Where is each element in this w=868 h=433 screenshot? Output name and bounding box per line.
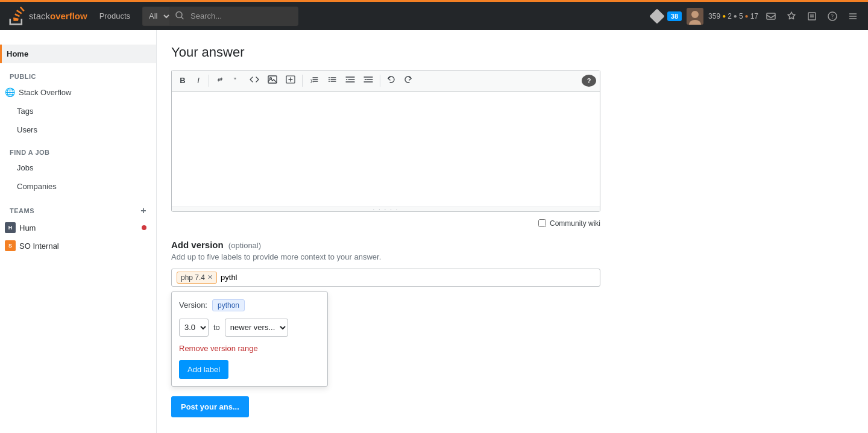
- topbar: stackoverflow Products All 38 359 ● 2 ● …: [0, 0, 868, 30]
- blockquote-btn[interactable]: ": [229, 73, 245, 89]
- sidebar-item-so-internal[interactable]: S SO Internal: [0, 237, 156, 255]
- version-to-label: to: [213, 323, 220, 332]
- globe-icon: 🌐: [5, 87, 15, 97]
- toolbar-sep-2: [302, 75, 303, 87]
- logo[interactable]: stackoverflow: [7, 5, 87, 27]
- silver-count: 5: [739, 12, 743, 20]
- community-wiki-row: Community wiki: [171, 219, 600, 228]
- sidebar-item-companies[interactable]: Companies: [0, 177, 156, 196]
- version-tag-input[interactable]: [221, 273, 595, 282]
- version-tag-php: php 7.4 ✕: [177, 272, 217, 284]
- logo-overflow: overflow: [50, 11, 87, 21]
- rep-group: 359 ● 2 ● 5 ● 17: [708, 12, 758, 20]
- version-from-select[interactable]: 3.0: [179, 319, 209, 337]
- inbox-icon[interactable]: [763, 8, 779, 24]
- teams-section: TEAMS +: [0, 196, 156, 219]
- redo-btn[interactable]: [400, 73, 416, 89]
- link-btn[interactable]: [212, 73, 228, 89]
- post-answer-row: Post your ans...: [171, 396, 600, 417]
- svg-line-1: [181, 17, 183, 19]
- svg-point-27: [329, 81, 330, 82]
- stackoverflow-label: Stack Overflow: [19, 88, 71, 97]
- version-tag-label: php 7.4: [181, 273, 205, 282]
- logo-icon: [7, 5, 27, 27]
- add-teams-icon[interactable]: +: [140, 205, 146, 216]
- editor-body[interactable]: [172, 92, 600, 207]
- search-scope-select[interactable]: All: [142, 7, 171, 26]
- sidebar: Home PUBLIC 🌐 Stack Overflow Tags Users …: [0, 30, 157, 433]
- version-to-select[interactable]: newer vers...: [225, 319, 288, 337]
- resize-dots: · · · · ·: [373, 206, 398, 213]
- topbar-right: 38 359 ● 2 ● 5 ● 17 ?: [652, 8, 861, 25]
- svg-rect-15: [268, 76, 277, 83]
- products-menu[interactable]: Products: [95, 9, 135, 23]
- post-answer-btn[interactable]: Post your ans...: [171, 396, 249, 417]
- hamburger-icon[interactable]: [845, 8, 861, 24]
- rep-value: 359: [708, 12, 720, 20]
- svg-text:": ": [233, 75, 236, 84]
- gold-count: 2: [728, 12, 732, 20]
- svg-point-26: [329, 79, 330, 80]
- svg-point-25: [329, 77, 330, 78]
- version-dropdown-header: Version: python: [179, 299, 320, 311]
- editor-help-btn[interactable]: ?: [582, 75, 596, 87]
- rep-badge: 38: [667, 11, 682, 21]
- sidebar-item-hum[interactable]: H Hum: [0, 219, 156, 237]
- version-range-row: 3.0 to newer vers...: [179, 319, 320, 337]
- logo-stack: stack: [29, 11, 50, 21]
- bronze-count: 17: [750, 12, 758, 20]
- public-section-label: PUBLIC: [0, 63, 156, 83]
- toolbar-sep-3: [380, 75, 380, 87]
- search-wrap: All: [142, 7, 298, 26]
- hum-notification-dot: [142, 225, 146, 230]
- toolbar-sep-1: [209, 75, 209, 87]
- hum-team-icon: H: [5, 222, 16, 233]
- sidebar-item-tags[interactable]: Tags: [0, 102, 156, 120]
- so-team-icon: S: [5, 240, 16, 251]
- hum-team-label: Hum: [19, 223, 36, 232]
- avatar[interactable]: [687, 8, 703, 25]
- logo-text: stackoverflow: [29, 11, 87, 21]
- add-label-btn[interactable]: Add label: [179, 360, 228, 379]
- special-insert-btn[interactable]: [282, 73, 299, 89]
- page-layout: Home PUBLIC 🌐 Stack Overflow Tags Users …: [0, 30, 868, 433]
- italic-btn[interactable]: I: [191, 73, 206, 89]
- outdent-btn[interactable]: [360, 73, 377, 89]
- sidebar-item-home[interactable]: Home: [0, 45, 156, 63]
- main-content: Your answer B I ": [157, 30, 615, 433]
- bold-btn[interactable]: B: [175, 73, 190, 89]
- remove-version-link[interactable]: Remove version range: [179, 344, 320, 353]
- reviews-icon[interactable]: [804, 8, 820, 24]
- community-wiki-checkbox[interactable]: [538, 219, 546, 227]
- svg-text:?: ?: [831, 13, 834, 20]
- add-version-title: Add version (optional): [171, 240, 600, 250]
- sidebar-item-users[interactable]: Users: [0, 120, 156, 139]
- version-tag-input-row[interactable]: php 7.4 ✕: [171, 269, 600, 287]
- add-version-section: Add version (optional) Add up to five la…: [171, 240, 600, 387]
- unordered-list-btn[interactable]: [324, 73, 341, 89]
- page-title: Your answer: [171, 45, 600, 60]
- community-wiki-label[interactable]: Community wiki: [550, 219, 600, 228]
- code-btn[interactable]: [246, 73, 263, 89]
- svg-text:1.: 1.: [310, 78, 314, 84]
- undo-btn[interactable]: [383, 73, 399, 89]
- achievements-icon[interactable]: [784, 8, 799, 24]
- image-btn[interactable]: [264, 73, 281, 89]
- version-tag-remove[interactable]: ✕: [207, 273, 213, 281]
- python-tag: python: [212, 299, 245, 311]
- editor-toolbar: B I " 1.: [172, 70, 600, 92]
- bronze-dot: ●: [745, 13, 749, 19]
- svg-rect-6: [808, 13, 816, 20]
- so-team-label: SO Internal: [19, 241, 59, 251]
- ordered-list-btn[interactable]: 1.: [306, 73, 322, 89]
- teams-label: TEAMS: [10, 207, 34, 214]
- diamond-icon: [649, 8, 664, 23]
- indent-btn[interactable]: [342, 73, 359, 89]
- help-icon[interactable]: ?: [825, 8, 840, 24]
- sidebar-item-jobs[interactable]: Jobs: [0, 158, 156, 177]
- svg-point-3: [691, 11, 699, 18]
- search-container: [169, 7, 298, 26]
- search-input[interactable]: [169, 7, 298, 26]
- editor-resize-handle[interactable]: · · · · ·: [172, 207, 600, 211]
- sidebar-item-stackoverflow[interactable]: 🌐 Stack Overflow: [0, 83, 156, 102]
